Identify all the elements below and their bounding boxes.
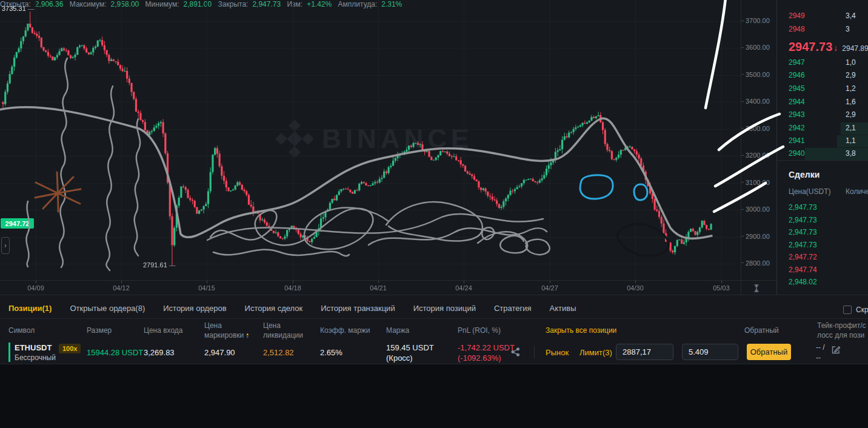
bid-qty: 1,2 xyxy=(846,84,856,93)
edit-pencil-icon xyxy=(831,345,841,355)
bid-price: 2945 xyxy=(789,84,805,93)
tab-order-history[interactable]: История ордеров xyxy=(163,304,226,313)
col-size: Размер xyxy=(87,326,112,335)
low-price-value: 2791.61 xyxy=(143,261,167,269)
mark-price-value: 2947.89 xyxy=(842,44,868,53)
position-side-bar xyxy=(8,343,10,362)
bid-row[interactable]: 29451,2 xyxy=(777,83,868,95)
trade-row[interactable]: 2,947.73 xyxy=(777,202,868,214)
time-axis-tick xyxy=(293,281,293,283)
positions-panel: Позиции(1) Открытые ордера(8) История ор… xyxy=(0,295,868,364)
col-margin-ratio: Коэфф. маржи xyxy=(320,326,370,335)
hide-other-symbols-checkbox[interactable] xyxy=(843,306,852,314)
candlestick-chart[interactable] xyxy=(0,0,741,280)
bid-row[interactable]: 29403,8 xyxy=(777,148,868,160)
col-liq-price-line1: Цена xyxy=(263,321,281,330)
time-axis-label: 04/18 xyxy=(284,284,301,292)
col-reverse: Обратный xyxy=(744,326,779,335)
collapse-panel-button[interactable]: › xyxy=(1,237,10,254)
tab-strategy[interactable]: Стратегия xyxy=(494,304,532,313)
time-axis-label: 04/09 xyxy=(27,284,44,292)
share-position-button[interactable] xyxy=(511,347,520,356)
close-price-input[interactable] xyxy=(616,344,673,360)
price-axis-label: 3600.00 xyxy=(741,44,770,51)
price-axis-label: 3300.00 xyxy=(741,125,770,132)
col-mark-price-line1: Цена xyxy=(204,321,222,330)
reverse-position-button[interactable]: Обратный xyxy=(747,344,791,360)
trade-row[interactable]: 2,948.02 xyxy=(777,276,868,289)
trades-title: Сделки xyxy=(789,170,820,179)
action-divider xyxy=(534,346,535,358)
time-axis-tick xyxy=(550,281,550,283)
tab-open-orders[interactable]: Открытые ордера(8) xyxy=(70,304,145,313)
roi-value: (-1092.63%) xyxy=(458,353,501,363)
price-axis-label: 3700.00 xyxy=(741,17,770,24)
time-axis-tick xyxy=(36,281,36,283)
edit-tp-sl-button[interactable] xyxy=(831,345,841,355)
trades-qty-header: Количе xyxy=(846,187,868,196)
bid-price: 2944 xyxy=(789,98,805,106)
bid-row[interactable]: 29432,9 xyxy=(777,109,868,121)
trade-row[interactable]: 2,947.74 xyxy=(777,264,868,276)
order-book-panel: 2949 3,4 2948 3 2947.73 ↓ 2947.89 29471,… xyxy=(776,0,868,295)
ask-price: 2948 xyxy=(789,25,805,33)
high-price-dash: — xyxy=(28,5,35,12)
time-axis-tick xyxy=(378,281,379,283)
tab-transaction-history[interactable]: История транзакций xyxy=(321,304,395,313)
margin-mode: (Кросс) xyxy=(386,353,413,363)
time-axis-label: 04/27 xyxy=(541,284,558,292)
ask-qty: 3,4 xyxy=(846,12,856,20)
tab-positions[interactable]: Позиции(1) xyxy=(8,304,52,313)
trade-row[interactable]: 2,947.73 xyxy=(777,227,868,239)
close-all-positions-link[interactable]: Закрыть все позиции xyxy=(546,326,616,335)
tabs-divider xyxy=(0,318,868,319)
share-icon xyxy=(511,347,520,356)
ask-row[interactable]: 2948 3 xyxy=(777,24,868,36)
bid-price: 2940 xyxy=(789,149,805,158)
axis-scale-button[interactable] xyxy=(750,283,763,293)
position-contract-type: Бессрочный xyxy=(15,353,56,362)
position-symbol[interactable]: ETHUSDT xyxy=(15,343,52,352)
last-traded-price[interactable]: 2947.73 ↓ 2947.89 xyxy=(789,40,868,54)
close-qty-input[interactable] xyxy=(682,344,738,360)
bid-row[interactable]: 29422,1 xyxy=(777,122,868,135)
bid-row[interactable]: 29411,1 xyxy=(777,135,868,147)
trade-price: 2,948.02 xyxy=(789,278,817,286)
mark-price-label: маркировки xyxy=(204,331,244,339)
price-axis-label: 3500.00 xyxy=(741,71,770,78)
footer-spacer xyxy=(0,364,868,428)
leverage-badge[interactable]: 100x xyxy=(59,344,81,353)
tab-trade-history[interactable]: История сделок xyxy=(245,304,303,313)
ask-row[interactable]: 2949 3,4 xyxy=(777,10,868,22)
time-axis-label: 04/12 xyxy=(113,284,130,292)
price-axis-label: 2800.00 xyxy=(741,259,770,267)
row-border xyxy=(0,364,868,364)
tab-position-history[interactable]: История позиций xyxy=(413,304,476,313)
trade-price: 2,947.73 xyxy=(789,241,817,249)
bid-qty: 3,8 xyxy=(846,149,856,158)
bid-row[interactable]: 29471,0 xyxy=(777,57,868,69)
bid-row[interactable]: 29462,9 xyxy=(777,70,868,82)
trade-row[interactable]: 2,947.72 xyxy=(777,252,868,264)
pnl-value: -1,742.22 USDT xyxy=(458,343,515,352)
col-mark-price-line2: маркировки▲▼ xyxy=(204,331,249,339)
bid-qty: 1,1 xyxy=(846,136,856,145)
high-price-value: 3735.31 xyxy=(2,5,26,12)
bid-row[interactable]: 29441,6 xyxy=(777,96,868,109)
time-axis-tick xyxy=(207,281,207,283)
time-axis-label: 04/30 xyxy=(627,284,644,292)
trade-price: 2,947.73 xyxy=(789,228,817,236)
time-axis[interactable]: 04/0904/1204/1504/1804/2104/2404/2704/30… xyxy=(0,280,776,295)
trade-row[interactable]: 2,947.73 xyxy=(777,215,868,227)
close-market-link[interactable]: Рынок xyxy=(546,348,569,357)
sort-icon[interactable]: ▲▼ xyxy=(245,333,249,339)
ask-qty: 3 xyxy=(846,25,850,33)
trade-row[interactable]: 2,947.73 xyxy=(777,239,868,252)
tab-assets[interactable]: Активы xyxy=(550,304,576,313)
time-axis-tick xyxy=(635,281,636,283)
positions-tabs: Позиции(1) Открытые ордера(8) История ор… xyxy=(8,304,576,313)
col-entry-price: Цена входа xyxy=(144,326,183,335)
trades-price-header: Цена(USDT) xyxy=(789,187,831,196)
price-axis[interactable]: 3700.003600.003500.003400.003300.003200.… xyxy=(741,0,776,280)
close-limit-link[interactable]: Лимит(3) xyxy=(579,348,612,357)
